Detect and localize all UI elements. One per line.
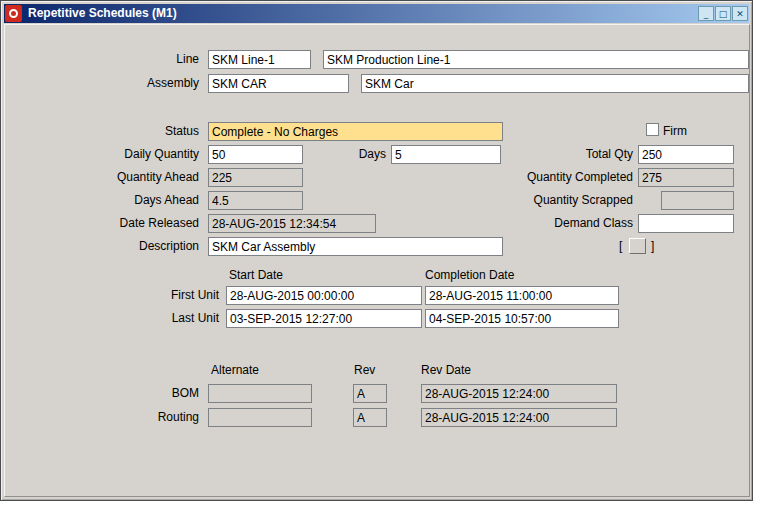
routing-alternate-field (208, 408, 312, 427)
date-released-label: Date Released (51, 216, 199, 230)
descriptive-flexfield-button[interactable] (629, 238, 646, 254)
assembly-code-field[interactable] (208, 74, 349, 93)
total-qty-field[interactable] (638, 145, 734, 164)
days-ahead-label: Days Ahead (51, 193, 199, 207)
assembly-name-field[interactable] (361, 74, 749, 93)
routing-label: Routing (51, 410, 199, 424)
bom-label: BOM (51, 386, 199, 400)
quantity-ahead-label: Quantity Ahead (51, 170, 199, 184)
quantity-completed-field (638, 168, 734, 187)
bom-rev-date-field (421, 384, 617, 403)
line-name-field[interactable] (323, 50, 749, 69)
first-unit-completion-field[interactable] (425, 286, 619, 305)
start-date-header: Start Date (229, 268, 283, 282)
alternate-header: Alternate (211, 363, 259, 377)
days-ahead-field (208, 191, 303, 210)
flexfield-close-bracket: ] (651, 239, 654, 253)
close-button[interactable]: ✕ (732, 6, 748, 21)
routing-rev-field (353, 408, 387, 427)
quantity-scrapped-label: Quantity Scrapped (481, 193, 633, 207)
line-label: Line (51, 52, 199, 66)
daily-quantity-field[interactable] (208, 145, 303, 164)
last-unit-label: Last Unit (71, 311, 219, 325)
assembly-label: Assembly (51, 76, 199, 90)
demand-class-label: Demand Class (481, 216, 633, 230)
quantity-ahead-field (208, 168, 303, 187)
oracle-ring-icon (9, 9, 18, 18)
maximize-button[interactable]: □ (715, 6, 731, 21)
status-field[interactable] (208, 122, 503, 141)
rev-header: Rev (354, 363, 375, 377)
description-label: Description (51, 239, 199, 253)
line-code-field[interactable] (208, 50, 311, 69)
routing-rev-date-field (421, 408, 617, 427)
completion-date-header: Completion Date (425, 268, 514, 282)
last-unit-completion-field[interactable] (425, 309, 619, 328)
first-unit-label: First Unit (71, 288, 219, 302)
rev-date-header: Rev Date (421, 363, 471, 377)
bom-alternate-field (208, 384, 312, 403)
description-field[interactable] (208, 237, 503, 256)
date-released-field (208, 214, 376, 233)
quantity-scrapped-field (661, 191, 734, 210)
daily-quantity-label: Daily Quantity (51, 147, 199, 161)
bom-rev-field (353, 384, 387, 403)
total-qty-label: Total Qty (481, 147, 633, 161)
days-label: Days (331, 147, 386, 161)
window-controls: _ □ ✕ (698, 6, 748, 21)
repetitive-schedules-window: Repetitive Schedules (M1) _ □ ✕ Line Ass… (0, 0, 753, 501)
flexfield-open-bracket: [ (619, 239, 622, 253)
demand-class-field[interactable] (638, 214, 734, 233)
minimize-button[interactable]: _ (698, 6, 714, 21)
firm-checkbox[interactable] (646, 123, 659, 136)
firm-label: Firm (663, 124, 687, 138)
window-title: Repetitive Schedules (M1) (28, 4, 177, 23)
oracle-logo-icon (5, 5, 22, 22)
titlebar[interactable]: Repetitive Schedules (M1) _ □ ✕ (4, 4, 749, 23)
quantity-completed-label: Quantity Completed (481, 170, 633, 184)
last-unit-start-field[interactable] (226, 309, 422, 328)
status-label: Status (51, 124, 199, 138)
first-unit-start-field[interactable] (226, 286, 422, 305)
